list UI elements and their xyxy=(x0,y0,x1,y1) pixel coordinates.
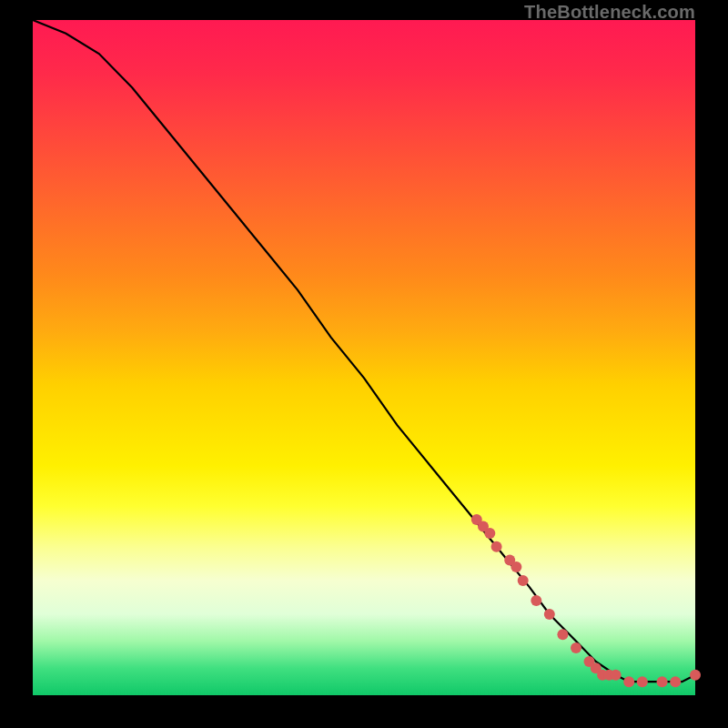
watermark-text: TheBottleneck.com xyxy=(524,2,695,23)
marker-point xyxy=(491,541,502,552)
bottleneck-curve xyxy=(33,20,695,682)
marker-point xyxy=(484,528,495,539)
marker-point xyxy=(637,676,648,687)
marker-point xyxy=(544,609,555,620)
marker-point xyxy=(557,629,568,640)
marker-point xyxy=(571,642,581,653)
marker-point xyxy=(518,575,529,586)
marker-point xyxy=(657,676,668,687)
marker-point xyxy=(611,670,622,681)
sample-markers xyxy=(471,514,701,687)
marker-point xyxy=(670,676,681,687)
marker-point xyxy=(690,670,701,681)
marker-point xyxy=(511,561,521,572)
curve-layer xyxy=(33,20,695,695)
marker-point xyxy=(531,595,541,606)
marker-point xyxy=(623,676,634,687)
chart-stage: TheBottleneck.com xyxy=(0,0,728,728)
plot-area xyxy=(33,20,695,695)
